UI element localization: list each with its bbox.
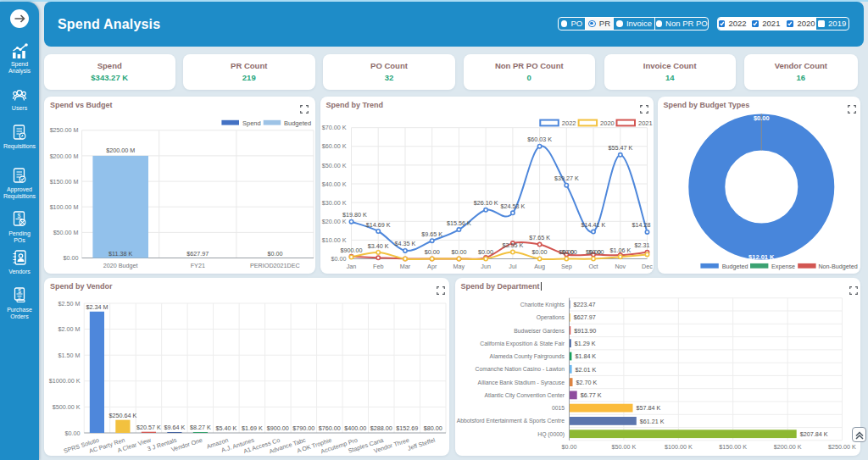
svg-text:FY21: FY21 [191,262,205,269]
svg-text:$55.47 K: $55.47 K [608,144,632,152]
svg-text:Budgeted: Budgeted [284,119,311,126]
svg-text:May: May [453,263,465,270]
svg-text:$19.80 K: $19.80 K [342,211,367,219]
svg-text:$2.00 M: $2.00 M [58,325,81,333]
svg-text:$0.00: $0.00 [451,248,466,256]
svg-text:Charlotte Knights: Charlotte Knights [520,301,565,308]
svg-text:$14.28: $14.28 [632,221,650,229]
svg-text:$288.00: $288.00 [370,424,392,432]
svg-text:$61.21 K: $61.21 K [639,417,664,424]
svg-text:$70.00 K: $70.00 K [321,124,346,131]
svg-text:Nov: Nov [615,263,626,270]
svg-text:2020: 2020 [600,119,615,127]
svg-text:$7.65 K: $7.65 K [529,233,550,241]
svg-text:$1.50 M: $1.50 M [58,351,81,358]
svg-text:HQ (0000): HQ (0000) [537,430,565,437]
svg-text:Sep: Sep [560,263,571,270]
svg-text:Dec: Dec [642,263,653,270]
svg-text:$1000.00 K: $1000.00 K [49,377,81,385]
svg-text:$2.31: $2.31 [634,241,649,248]
svg-text:Non-Budgeted: Non-Budgeted [818,262,857,269]
svg-text:Atlantic City Convention Cente: Atlantic City Convention Center [484,391,565,398]
svg-text:$0.00: $0.00 [753,114,769,121]
svg-text:$0.00: $0.00 [561,248,576,256]
svg-text:$250.00 K: $250.00 K [828,443,856,451]
svg-text:$400.00: $400.00 [344,424,366,432]
svg-text:Abbotsford Entertainment & Spo: Abbotsford Entertainment & Sports Centre [456,418,565,424]
svg-text:$150.00 M: $150.00 M [50,177,79,185]
svg-text:2021: 2021 [638,119,653,127]
svg-text:$24.53 K: $24.53 K [500,202,525,209]
svg-text:$9.65 K: $9.65 K [421,230,442,237]
svg-text:$60.00 K: $60.00 K [321,142,346,150]
svg-text:$20.00 K: $20.00 K [321,217,346,224]
svg-text:$500.00 K: $500.00 K [53,403,81,411]
svg-text:Jeff Steffel: Jeff Steffel [407,435,437,452]
svg-text:$80.00: $80.00 [424,424,442,432]
svg-text:$1.84 K: $1.84 K [575,352,596,360]
svg-text:$50.00 M: $50.00 M [53,229,79,236]
svg-text:$0.00: $0.00 [65,429,81,436]
svg-text:$12.01 K: $12.01 K [748,252,775,260]
svg-text:$0.00: $0.00 [588,248,604,256]
svg-text:$50.00 K: $50.00 K [611,443,636,451]
svg-text:Jul: Jul [509,263,517,270]
svg-text:Comanche Nation Casino - Lawto: Comanche Nation Casino - Lawton [475,366,565,372]
svg-text:$57.84 K: $57.84 K [636,404,660,412]
svg-text:$14.69 K: $14.69 K [365,220,390,228]
svg-text:$11.38 K: $11.38 K [108,250,132,258]
svg-text:$14.41 K: $14.41 K [581,221,605,229]
svg-text:$1.06 K: $1.06 K [609,246,631,253]
svg-text:PERIOD2021DEC: PERIOD2021DEC [250,262,300,269]
svg-text:$250.00 M: $250.00 M [50,126,79,134]
svg-text:$10.00 K: $10.00 K [321,236,346,244]
svg-text:$0.00: $0.00 [424,248,439,256]
svg-text:Feb: Feb [373,263,383,270]
svg-text:$2.01 K: $2.01 K [575,365,596,373]
svg-text:Budgeted: Budgeted [721,262,748,269]
svg-text:Budweiser Gardens: Budweiser Gardens [514,327,565,333]
svg-text:2022: 2022 [561,119,576,127]
svg-text:Apr: Apr [427,263,437,270]
svg-text:2020 Budget: 2020 Budget [103,262,138,269]
svg-text:$250.64 K: $250.64 K [109,411,137,418]
svg-text:Operations: Operations [536,314,565,321]
svg-text:$200.00 M: $200.00 M [106,147,135,154]
svg-text:$1.69 K: $1.69 K [242,424,263,431]
svg-text:$60.03 K: $60.03 K [527,136,552,143]
svg-text:$50.00 K: $50.00 K [321,161,346,169]
svg-text:California Exposition & State: California Exposition & State Fair [480,340,565,346]
svg-text:$0.00: $0.00 [64,254,79,262]
svg-text:$900.00: $900.00 [267,424,289,431]
svg-text:$100.00 K: $100.00 K [664,443,692,451]
svg-text:$152.69: $152.69 [396,424,418,432]
svg-text:Mar: Mar [399,263,410,270]
svg-text:$15.56 K: $15.56 K [447,219,471,226]
svg-text:Aug: Aug [534,263,545,270]
svg-text:Jun: Jun [481,263,491,270]
svg-text:$0.00: $0.00 [267,250,282,258]
svg-text:Jan: Jan [346,263,356,270]
svg-text:$150.00 K: $150.00 K [719,443,747,451]
svg-text:$223.47: $223.47 [573,301,595,308]
svg-text:$9.64 K: $9.64 K [164,424,186,431]
svg-text:$39.27 K: $39.27 K [554,175,578,182]
svg-text:$20.57 K: $20.57 K [136,423,161,430]
svg-text:$627.97: $627.97 [186,250,209,258]
svg-text:0015: 0015 [551,405,564,411]
svg-text:$790.00: $790.00 [292,424,314,432]
svg-text:$0.00: $0.00 [331,255,346,263]
svg-text:$30.00 K: $30.00 K [321,198,346,206]
svg-text:Oct: Oct [588,263,598,270]
svg-text:$200.00 K: $200.00 K [773,443,801,451]
svg-text:$40.00 K: $40.00 K [321,180,346,187]
svg-text:$4.35 K: $4.35 K [394,240,415,247]
svg-text:$207.84 K: $207.84 K [799,430,827,437]
svg-text:$0.00: $0.00 [561,443,576,451]
svg-text:Alliance Bank Stadium - Syracu: Alliance Bank Stadium - Syracuse [477,379,565,385]
svg-text:$200.00 M: $200.00 M [50,152,79,159]
svg-text:$26.10 K: $26.10 K [473,199,498,207]
svg-text:$627.97: $627.97 [573,313,595,321]
svg-text:$2.70 K: $2.70 K [576,378,597,385]
svg-text:$2.34 M: $2.34 M [86,302,108,310]
